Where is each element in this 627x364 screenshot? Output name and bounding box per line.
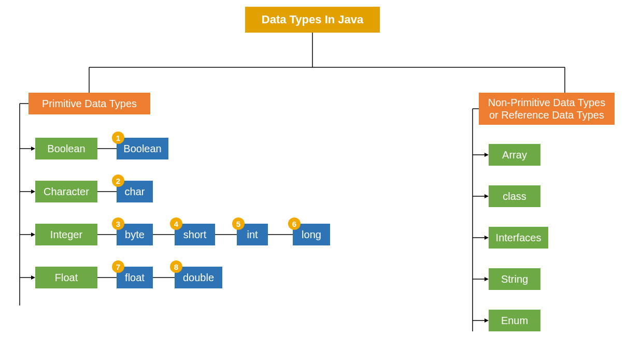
category-float-text: Float [55,271,78,284]
svg-marker-13 [31,275,35,280]
svg-marker-7 [31,147,35,151]
category-boolean-text: Boolean [47,142,85,155]
category-integer: Integer [35,224,97,245]
category-boolean: Boolean [35,138,97,159]
type-double: double [175,267,222,288]
badge-6: 6 [288,217,301,230]
np-class-text: class [503,190,526,202]
type-float-text: float [125,271,145,284]
badge-4-num: 4 [174,220,178,228]
np-string-text: String [501,273,528,285]
np-class: class [489,185,540,207]
diagram-title: Data Types In Java [245,7,380,33]
svg-marker-31 [484,277,489,281]
type-long-text: long [302,228,321,241]
type-double-text: double [183,271,214,284]
badge-1: 1 [112,132,124,144]
category-character-text: Character [44,185,89,198]
nonprimitive-header: Non-Primitive Data Types or Reference Da… [479,93,615,125]
title-text: Data Types In Java [262,13,363,26]
np-string: String [489,268,540,290]
category-character: Character [35,181,97,202]
badge-5: 5 [232,217,245,230]
nonprimitive-header-text: Non-Primitive Data Types or Reference Da… [483,96,610,121]
np-enum-text: Enum [501,314,528,327]
badge-2-num: 2 [116,177,120,185]
badge-5-num: 5 [236,220,240,228]
badge-4: 4 [170,217,182,230]
svg-marker-29 [484,236,489,240]
type-byte-text: byte [125,228,145,241]
type-short-text: short [183,228,206,241]
type-int-text: int [247,228,258,241]
svg-marker-33 [484,318,489,323]
np-array: Array [489,144,540,166]
svg-marker-27 [484,194,489,198]
np-enum: Enum [489,310,540,331]
badge-8-num: 8 [174,263,178,271]
np-interfaces-text: Interfaces [496,231,542,244]
type-boolean: Boolean [117,138,168,159]
svg-marker-25 [484,153,489,157]
np-array-text: Array [502,149,527,161]
primitive-header: Primitive Data Types [28,93,150,114]
primitive-header-text: Primitive Data Types [42,97,137,110]
category-float: Float [35,267,97,288]
svg-marker-9 [31,190,35,194]
badge-8: 8 [170,260,182,273]
np-interfaces: Interfaces [489,227,548,249]
badge-1-num: 1 [116,134,120,142]
type-boolean-text: Boolean [123,142,161,155]
type-char-text: char [125,185,145,198]
category-integer-text: Integer [50,228,82,241]
badge-7: 7 [112,260,124,273]
badge-2: 2 [112,174,124,187]
badge-7-num: 7 [116,263,120,271]
badge-6-num: 6 [292,220,296,228]
badge-3-num: 3 [116,220,120,228]
badge-3: 3 [112,217,124,230]
svg-marker-11 [31,232,35,237]
